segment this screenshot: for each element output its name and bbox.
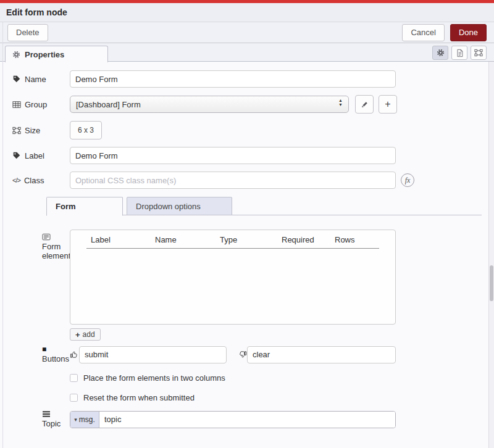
dialog-title: Edit form node [6,7,67,17]
list-alt-icon [42,233,51,241]
two-columns-option-row: Place the form elements in two columns [6,373,487,383]
column-header-type: Type [220,235,237,244]
fx-icon: fx [405,176,411,185]
group-label-text: Group [25,100,47,109]
label-input[interactable] [70,147,396,164]
class-label-text: Class [24,176,44,185]
clear-button-text-input[interactable] [247,346,396,363]
plus-icon: + [385,99,390,109]
plus-icon: + [75,331,80,339]
size-label: Size [6,126,70,135]
tag-icon [12,151,21,160]
document-icon [456,49,464,57]
column-header-rows: Rows [335,235,355,244]
form-elements-table: Label Name Type Required Rows [70,230,396,325]
code-icon: </> [12,176,20,184]
two-columns-checkbox-label: Place the form elements in two columns [83,373,225,383]
topic-input[interactable] [99,412,395,428]
thumbs-down-icon [238,350,247,359]
subtab-dropdown-options[interactable]: Dropdown options [127,197,232,215]
form-elements-row: Form elements Label Name Type Required R… [6,230,487,341]
subtab-form[interactable]: Form [46,197,123,216]
group-label: Group [6,100,70,109]
class-input[interactable] [70,172,396,189]
size-row: Size 6 x 3 [6,121,487,139]
topic-label: Topic [6,410,70,428]
table-icon [12,101,21,109]
size-button[interactable]: 6 x 3 [70,121,102,139]
buttons-row: ■ Buttons [6,346,487,363]
properties-panel: Name Group [Dashboard] Form ▲▼ [0,62,494,448]
column-header-label: Label [91,235,111,244]
label-label-text: Label [25,151,44,160]
add-group-button[interactable]: + [379,95,397,114]
reset-option-row: Reset the form when submitted [6,393,487,402]
properties-gear-button[interactable] [432,46,448,60]
description-button[interactable] [451,46,467,60]
buttons-label: ■ Buttons [6,346,70,363]
cancel-button[interactable]: Cancel [402,24,444,41]
tab-properties-label: Properties [25,50,64,59]
class-label: </> Class [6,176,70,185]
add-element-label: add [83,330,95,339]
pencil-icon [361,101,369,109]
label-label: Label [6,151,70,160]
scrollbar-track [488,62,494,448]
square-icon: ■ [42,346,46,353]
tab-icon-buttons [432,46,487,60]
two-columns-checkbox[interactable] [70,374,78,382]
gear-icon [437,49,445,57]
tray-left-edge [2,22,3,448]
caret-down-icon: ▾ [74,417,77,423]
name-row: Name [6,70,487,88]
dialog-toolbar: Delete Cancel Done [0,22,494,43]
tab-properties[interactable]: Properties [5,46,108,62]
form-elements-list-wrap: Label Name Type Required Rows + add [70,230,396,341]
edit-group-button[interactable] [355,95,374,114]
scrollbar-thumb[interactable] [490,265,493,301]
done-button[interactable]: Done [450,24,487,41]
form-subtab-bar: Form Dropdown options [46,197,482,215]
tag-icon [12,75,21,83]
object-group-icon [12,127,21,135]
buttons-label-text: Buttons [42,354,69,363]
class-row: </> Class fx [6,172,487,189]
group-select[interactable]: [Dashboard] Form ▲▼ [70,96,349,113]
name-label: Name [6,75,70,84]
add-element-button[interactable]: + add [70,328,101,341]
subtab-dropdown-options-label: Dropdown options [136,202,201,211]
tasks-icon [42,410,51,418]
reset-form-checkbox-label: Reset the form when submitted [83,393,195,402]
topic-type-label: msg. [79,415,95,424]
label-row: Label [6,147,487,164]
column-header-required: Required [282,235,314,244]
table-header-rule [86,248,379,249]
delete-button[interactable]: Delete [7,24,48,41]
gear-icon [12,51,20,59]
thumbs-up-icon [70,350,79,359]
subtab-form-label: Form [56,202,76,211]
topic-row: Topic ▾ msg. [6,410,487,428]
name-input[interactable] [70,70,396,88]
column-header-name: Name [155,235,177,244]
topic-type-select[interactable]: ▾ msg. [70,412,99,428]
topic-typed-input: ▾ msg. [70,411,396,428]
size-label-text: Size [25,126,40,135]
group-select-value: [Dashboard] Form [76,100,141,109]
fx-badge: fx [401,173,414,187]
editor-tab-bar: Properties [0,43,494,62]
topic-label-text: Topic [42,419,61,428]
name-label-text: Name [25,75,46,84]
select-arrows-icon: ▲▼ [338,99,343,107]
dialog-header: Edit form node [0,3,494,22]
group-row: Group [Dashboard] Form ▲▼ + [6,95,487,114]
submit-button-text-input[interactable] [79,346,227,363]
object-group-icon [474,49,483,57]
reset-form-checkbox[interactable] [70,394,78,402]
form-elements-label: Form elements [6,230,70,260]
appearance-button[interactable] [471,46,487,60]
